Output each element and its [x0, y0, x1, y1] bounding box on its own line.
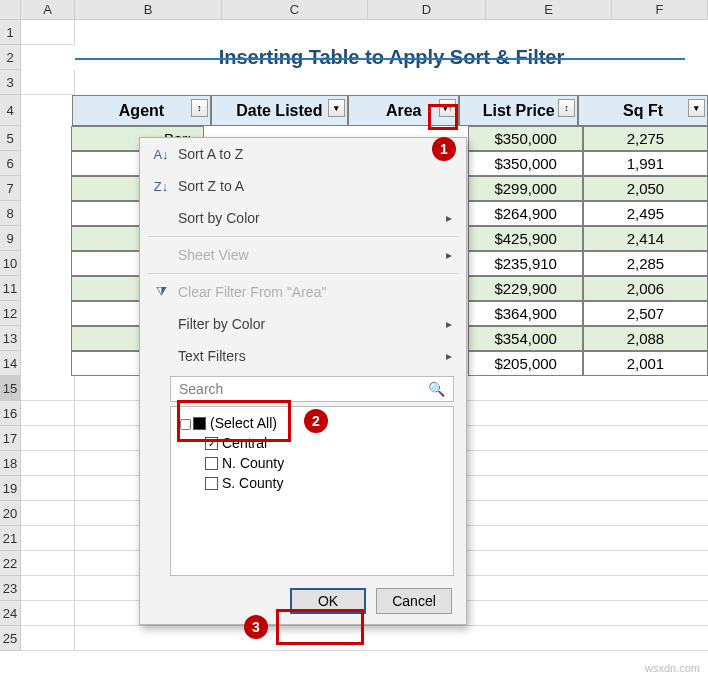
col-d[interactable]: D [368, 0, 486, 20]
search-icon: 🔍 [428, 381, 445, 397]
row-9[interactable]: 9 [0, 226, 21, 251]
cell-price[interactable]: $350,000 [468, 151, 582, 176]
cell-sqft[interactable]: 2,285 [583, 251, 708, 276]
cell-sqft[interactable]: 1,991 [583, 151, 708, 176]
badge-1: 1 [432, 137, 456, 161]
cell-sqft[interactable]: 2,088 [583, 326, 708, 351]
cell-sqft[interactable]: 2,507 [583, 301, 708, 326]
cell-sqft[interactable]: 2,495 [583, 201, 708, 226]
col-b[interactable]: B [75, 0, 222, 20]
cancel-button[interactable]: Cancel [376, 588, 452, 614]
checkbox-unchecked[interactable] [205, 477, 218, 490]
cell-price[interactable]: $364,900 [468, 301, 582, 326]
row-2[interactable]: 2 [0, 45, 21, 70]
filter-by-color[interactable]: Filter by Color ▸ [140, 308, 466, 340]
row-12[interactable]: 12 [0, 301, 21, 326]
row-15[interactable]: 15 [0, 376, 21, 401]
funnel-clear-icon: ⧩ [150, 284, 172, 300]
sort-za-icon: Z↓ [150, 179, 172, 194]
row-13[interactable]: 13 [0, 326, 21, 351]
row-1[interactable]: 1 [0, 20, 21, 45]
chevron-right-icon: ▸ [446, 349, 452, 363]
filter-btn-date[interactable]: ▾ [328, 99, 345, 117]
col-a[interactable]: A [21, 0, 75, 20]
chevron-right-icon: ▸ [446, 248, 452, 262]
sort-az[interactable]: A↓ Sort A to Z [140, 138, 466, 170]
badge-3: 3 [244, 615, 268, 639]
header-price: List Price ↕ [459, 95, 578, 126]
cell-sqft[interactable]: 2,001 [583, 351, 708, 376]
col-c[interactable]: C [222, 0, 368, 20]
row-16[interactable]: 16 [0, 401, 21, 426]
row-6[interactable]: 6 [0, 151, 21, 176]
header-date: Date Listed ▾ [211, 95, 348, 126]
row-7[interactable]: 7 [0, 176, 21, 201]
row-5[interactable]: 5 [0, 126, 21, 151]
cell-price[interactable]: $264,900 [468, 201, 582, 226]
sort-az-icon: A↓ [150, 147, 172, 162]
watermark: wsxdn.com [645, 662, 700, 674]
option-scounty[interactable]: S. County [179, 473, 445, 493]
header-sqft: Sq Ft ▾ [578, 95, 708, 126]
cell-price[interactable]: $299,000 [468, 176, 582, 201]
highlight-2 [177, 400, 291, 442]
sort-by-color[interactable]: Sort by Color ▸ [140, 202, 466, 234]
filter-menu: A↓ Sort A to Z Z↓ Sort Z to A Sort by Co… [139, 137, 467, 625]
row-4[interactable]: 4 [0, 95, 21, 126]
row-21[interactable]: 21 [0, 526, 21, 551]
row-3[interactable]: 3 [0, 70, 21, 95]
separator [148, 273, 458, 274]
separator [148, 236, 458, 237]
cell-price[interactable]: $350,000 [468, 126, 582, 151]
cell-price[interactable]: $425,900 [468, 226, 582, 251]
highlight-3 [276, 609, 364, 645]
sheet-view: Sheet View ▸ [140, 239, 466, 271]
row-14[interactable]: 14 [0, 351, 21, 376]
col-e[interactable]: E [486, 0, 612, 20]
cell-price[interactable]: $229,900 [468, 276, 582, 301]
row-24[interactable]: 24 [0, 601, 21, 626]
cell-sqft[interactable]: 2,006 [583, 276, 708, 301]
filter-btn-price[interactable]: ↕ [558, 99, 575, 117]
clear-filter: ⧩ Clear Filter From "Area" [140, 276, 466, 308]
row-25[interactable]: 25 [0, 626, 21, 651]
text-filters[interactable]: Text Filters ▸ [140, 340, 466, 372]
col-f[interactable]: F [612, 0, 708, 20]
row-10[interactable]: 10 [0, 251, 21, 276]
chevron-right-icon: ▸ [446, 317, 452, 331]
option-ncounty[interactable]: N. County [179, 453, 445, 473]
filter-btn-sqft[interactable]: ▾ [688, 99, 705, 117]
cell-sqft[interactable]: 2,414 [583, 226, 708, 251]
search-input[interactable]: Search 🔍 [170, 376, 454, 402]
filter-btn-agent[interactable]: ↕ [191, 99, 208, 117]
cell-sqft[interactable]: 2,275 [583, 126, 708, 151]
checkbox-unchecked[interactable] [205, 457, 218, 470]
cell-price[interactable]: $205,000 [468, 351, 582, 376]
row-22[interactable]: 22 [0, 551, 21, 576]
cell-price[interactable]: $354,000 [468, 326, 582, 351]
row-11[interactable]: 11 [0, 276, 21, 301]
highlight-1 [428, 104, 458, 130]
chevron-right-icon: ▸ [446, 211, 452, 225]
row-18[interactable]: 18 [0, 451, 21, 476]
title-underline [75, 58, 685, 60]
cell-price[interactable]: $235,910 [468, 251, 582, 276]
row-20[interactable]: 20 [0, 501, 21, 526]
cell-sqft[interactable]: 2,050 [583, 176, 708, 201]
row-19[interactable]: 19 [0, 476, 21, 501]
sort-za[interactable]: Z↓ Sort Z to A [140, 170, 466, 202]
col-headers: A B C D E F [0, 0, 708, 20]
row-17[interactable]: 17 [0, 426, 21, 451]
row-23[interactable]: 23 [0, 576, 21, 601]
header-agent: Agent ↕ [72, 95, 210, 126]
row-8[interactable]: 8 [0, 201, 21, 226]
select-all-cell[interactable] [0, 0, 21, 20]
badge-2: 2 [304, 409, 328, 433]
